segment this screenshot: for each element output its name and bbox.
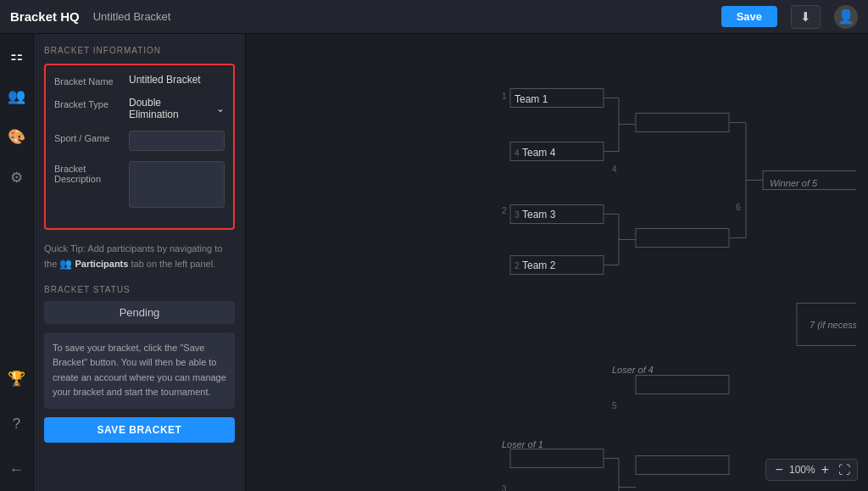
svg-text:Winner of 5: Winner of 5: [770, 178, 818, 188]
chevron-down-icon: ⌄: [216, 103, 225, 114]
download-icon: ⬇: [800, 9, 811, 24]
save-bracket-button[interactable]: SAVE BRACKET: [44, 417, 235, 443]
bracket-description-input[interactable]: [129, 161, 225, 208]
field-sport-game: Sport / Game: [54, 131, 225, 151]
zoom-expand-button[interactable]: ⛶: [838, 463, 850, 477]
avatar-icon: 👤: [837, 8, 854, 25]
svg-rect-46: [636, 456, 729, 475]
main-layout: ⚏ 👥 🎨 ⚙ 🏆 ? ← BRACKET INFORMATION Bracke…: [0, 34, 868, 491]
bracket-info-box: Bracket Name Untitled Bracket Bracket Ty…: [44, 64, 235, 230]
tip-box: To save your bracket, click the "Save Br…: [44, 332, 235, 409]
sidebar-item-back[interactable]: ←: [4, 457, 30, 483]
status-badge: Pending: [44, 301, 235, 324]
bracket-canvas[interactable]: .slot-box { fill: none; stroke: #555; st…: [246, 34, 868, 491]
bracket-type-label: Bracket Type: [54, 97, 122, 109]
sidebar-item-settings[interactable]: ⚙: [4, 165, 30, 190]
svg-text:Team 1: Team 1: [515, 93, 548, 105]
bracket-info-title: BRACKET INFORMATION: [44, 46, 235, 55]
avatar[interactable]: 👤: [834, 5, 858, 29]
svg-text:2: 2: [502, 206, 507, 215]
sidebar-item-trophy[interactable]: 🏆: [4, 365, 30, 391]
bracket-status-title: BRACKET STATUS: [44, 285, 235, 294]
svg-rect-23: [636, 229, 729, 248]
sport-game-label: Sport / Game: [54, 131, 122, 143]
field-bracket-type: Bracket Type Double Elimination ⌄: [54, 97, 225, 120]
zoom-in-button[interactable]: +: [819, 462, 832, 477]
sidebar-item-participants[interactable]: 👥: [4, 83, 30, 109]
zoom-controls: − 100% + ⛶: [765, 459, 858, 481]
svg-text:4: 4: [612, 165, 617, 174]
bracket-type-value[interactable]: Double Elimination ⌄: [129, 97, 225, 120]
svg-rect-35: [636, 376, 729, 394]
field-bracket-description: Bracket Description: [54, 161, 225, 208]
svg-text:5: 5: [612, 401, 617, 410]
sidebar-item-bracket[interactable]: ⚏: [4, 42, 30, 68]
field-bracket-name: Bracket Name Untitled Bracket: [54, 74, 225, 86]
sport-game-input[interactable]: [129, 131, 225, 151]
quick-tip: Quick Tip: Add participants by navigatin…: [44, 242, 235, 271]
sidebar-icons: ⚏ 👥 🎨 ⚙ 🏆 ? ←: [0, 34, 34, 491]
header: Bracket HQ Untitled Bracket Save ⬇ 👤: [0, 0, 868, 34]
sidebar-item-palette[interactable]: 🎨: [4, 124, 30, 149]
svg-text:Loser of 4: Loser of 4: [612, 365, 654, 375]
svg-text:Loser of 1: Loser of 1: [502, 439, 543, 449]
sidebar-item-help[interactable]: ?: [4, 411, 30, 437]
left-panel: BRACKET INFORMATION Bracket Name Untitle…: [34, 34, 246, 491]
zoom-out-button[interactable]: −: [773, 462, 786, 477]
svg-text:Team 2: Team 2: [522, 259, 556, 271]
svg-text:2: 2: [515, 261, 520, 271]
svg-text:1: 1: [502, 92, 507, 101]
svg-text:3: 3: [515, 210, 520, 220]
svg-text:Team 3: Team 3: [522, 209, 556, 220]
svg-text:7 (if necessary): 7 (if necessary): [810, 320, 856, 330]
bracket-title: Untitled Bracket: [93, 10, 171, 23]
svg-text:6: 6: [736, 203, 741, 212]
download-button[interactable]: ⬇: [791, 5, 821, 29]
logo: Bracket HQ: [10, 9, 80, 24]
bracket-diagram: .slot-box { fill: none; stroke: #555; st…: [246, 34, 856, 491]
bracket-name-value: Untitled Bracket: [129, 74, 225, 86]
svg-text:3: 3: [502, 484, 507, 492]
zoom-level: 100%: [789, 464, 815, 476]
svg-rect-11: [636, 114, 729, 132]
svg-text:4: 4: [515, 148, 520, 158]
svg-text:Team 4: Team 4: [522, 147, 556, 159]
save-button[interactable]: Save: [721, 6, 777, 27]
bracket-name-label: Bracket Name: [54, 74, 122, 86]
svg-rect-37: [510, 449, 604, 468]
bracket-description-label: Bracket Description: [54, 161, 122, 184]
